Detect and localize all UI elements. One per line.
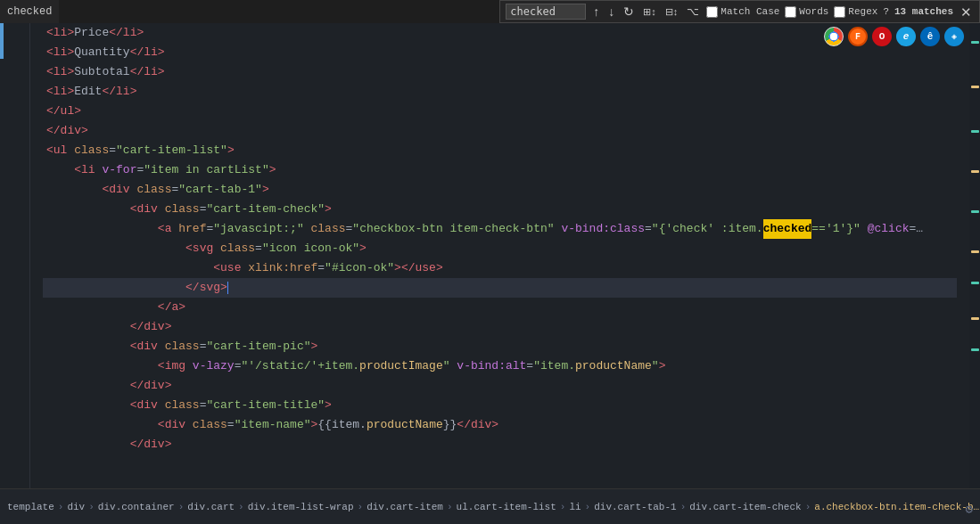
minimap (969, 23, 980, 488)
code-line: <div class="cart-item-pic"> (43, 337, 957, 356)
code-line: </div> (43, 435, 957, 454)
breadcrumb-sep-7: › (585, 502, 591, 512)
breadcrumb-sep-3: › (238, 502, 244, 512)
code-line: <use xlink:href="#icon-ok"></use> (43, 258, 957, 278)
code-line: <li v-for="item in cartList"> (43, 160, 957, 180)
settings-icon[interactable]: ⚙ (966, 502, 973, 517)
edge-icon[interactable]: ◈ (944, 27, 964, 46)
code-line: <li>Edit</li> (43, 82, 957, 102)
words-option[interactable]: Words (785, 6, 828, 18)
breadcrumb-div-item-list-wrap[interactable]: div.item-list-wrap (248, 502, 354, 512)
code-content[interactable]: <li>Price</li> <li>Quantity</li> <li>Sub… (43, 23, 957, 488)
opera-icon[interactable]: O (872, 27, 892, 46)
breadcrumb-sep-8: › (680, 502, 687, 512)
line-numbers (4, 23, 30, 488)
breadcrumb-ul-cart-item-list[interactable]: ul.cart-item-list (457, 502, 556, 512)
breadcrumb-sep-6: › (560, 502, 566, 512)
breadcrumb-div-cart-item-check[interactable]: div.cart-item-check (689, 502, 801, 512)
breadcrumb-div-cart[interactable]: div.cart (187, 502, 235, 512)
words-label: Words (799, 6, 828, 17)
match-case-option[interactable]: Match Case (706, 6, 779, 18)
breadcrumb-sep-2: › (178, 502, 185, 512)
breadcrumb-sep-4: › (358, 502, 364, 512)
code-line: <li>Quantity</li> (43, 43, 957, 62)
code-line: <li>Subtotal</li> (43, 62, 957, 82)
breadcrumb-div-cart-tab-1[interactable]: div.cart-tab-1 (594, 502, 676, 512)
breadcrumb-template[interactable]: template (7, 502, 54, 512)
regex-label: Regex (848, 6, 877, 17)
code-line: <div class="cart-tab-1"> (43, 180, 957, 200)
breadcrumb-div[interactable]: div (67, 502, 85, 512)
search-close-button[interactable]: ✕ (959, 5, 974, 19)
code-line: </div> (43, 317, 957, 337)
search-matches: 13 matches (894, 6, 953, 17)
code-line: <div class="cart-item-title"> (43, 396, 957, 415)
code-line: </ul> (43, 102, 957, 121)
search-next-button[interactable]: ↓ (606, 5, 616, 18)
code-line: <div class="item-name">{{item.productNam… (43, 415, 957, 435)
code-line: </div> (43, 376, 957, 396)
breadcrumb-sep-5: › (447, 502, 453, 512)
search-filter-button[interactable]: ⌥ (685, 6, 701, 17)
match-case-label: Match Case (721, 6, 779, 17)
code-line: <div class="cart-item-check"> (43, 200, 957, 219)
title-bar: checked (0, 0, 59, 23)
firefox-icon[interactable]: F (848, 27, 868, 46)
search-select-all-button[interactable]: ⊞↕ (641, 7, 658, 17)
code-line: </div> (43, 121, 957, 141)
words-checkbox[interactable] (785, 6, 796, 18)
search-prev-button[interactable]: ↑ (591, 5, 601, 18)
code-line: <svg class="icon icon-ok"> (43, 239, 957, 258)
code-line: </a> (43, 298, 957, 317)
code-line: <li>Price</li> (43, 23, 957, 43)
match-case-checkbox[interactable] (706, 6, 718, 18)
breadcrumb-li[interactable]: li (569, 502, 581, 512)
search-input[interactable] (506, 4, 586, 20)
gutter-indicators (30, 23, 43, 488)
code-line: <img v-lazy="'/static/'+item.productImag… (43, 356, 957, 376)
search-refresh-button[interactable]: ↻ (622, 5, 636, 18)
ie-icon[interactable]: e (896, 27, 916, 46)
breadcrumb-div-cart-item[interactable]: div.cart-item (366, 502, 443, 512)
breadcrumb-a-checkbox-btn[interactable]: a.checkbox-btn.item-check-b… (814, 502, 979, 512)
search-bar: ↑ ↓ ↻ ⊞↕ ⊟↕ ⌥ Match Case Words Regex ? 1… (499, 0, 980, 23)
code-line-active: </svg> (43, 278, 957, 298)
edge-old-icon[interactable]: ê (920, 27, 940, 46)
regex-checkbox[interactable] (834, 6, 845, 18)
breadcrumb-sep-9: › (805, 502, 811, 512)
search-select-current-button[interactable]: ⊟↕ (663, 7, 680, 17)
chrome-icon[interactable] (824, 27, 844, 46)
title-text: checked (7, 5, 52, 18)
editor-area: <li>Price</li> <li>Quantity</li> <li>Sub… (0, 23, 969, 488)
breadcrumb-sep-1: › (88, 502, 95, 512)
regex-help[interactable]: ? (883, 6, 889, 17)
code-line: <a href="javascipt:;" class="checkbox-bt… (43, 219, 957, 239)
status-bar: template › div › div.container › div.car… (0, 488, 980, 524)
breadcrumb-sep-0: › (58, 502, 64, 512)
browser-icons: F O e ê ◈ (824, 27, 964, 46)
code-line: <ul class="cart-item-list"> (43, 141, 957, 160)
regex-option[interactable]: Regex (834, 6, 877, 18)
breadcrumb-div-container[interactable]: div.container (98, 502, 175, 512)
